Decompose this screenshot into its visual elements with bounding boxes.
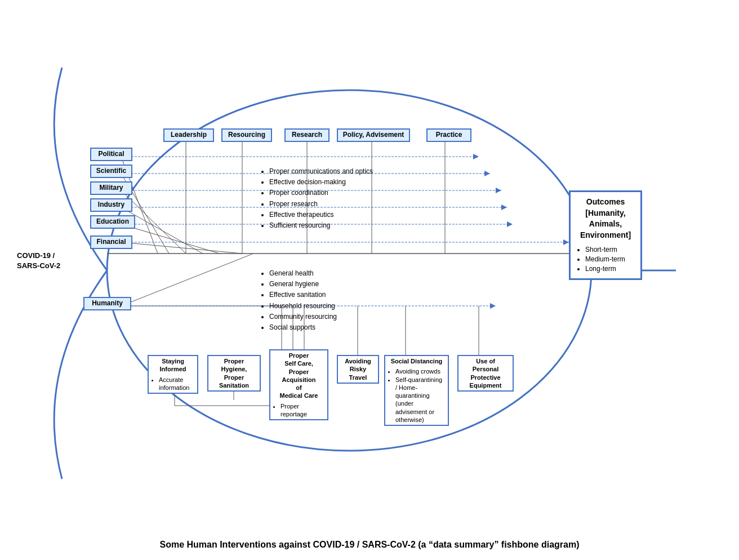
svg-marker-10 bbox=[473, 154, 479, 159]
svg-marker-13 bbox=[501, 205, 507, 210]
risky-travel-box: AvoidingRisky Travel bbox=[337, 355, 379, 384]
covid-label: COVID-19 / SARS-CoV-2 bbox=[17, 251, 60, 271]
svg-line-21 bbox=[121, 242, 242, 254]
page-title: Some Human Interventions against COVID-1… bbox=[159, 540, 579, 550]
top-bullets: Proper communications and optics Effecti… bbox=[259, 166, 373, 231]
svg-line-28 bbox=[121, 254, 253, 306]
policy-box: Policy, Advisement bbox=[337, 128, 410, 142]
outcomes-box: Outcomes[Humanity,Animals,Environment] S… bbox=[569, 190, 642, 280]
practice-box: Practice bbox=[426, 128, 471, 142]
svg-marker-12 bbox=[496, 188, 501, 193]
industry-box: Industry bbox=[90, 198, 132, 212]
financial-box: Financial bbox=[90, 235, 132, 249]
main-container: COVID-19 / SARS-CoV-2 Leadership Resourc… bbox=[0, 0, 739, 560]
research-box: Research bbox=[284, 128, 330, 142]
hygiene-box: ProperHygiene,ProperSanitation bbox=[207, 355, 261, 392]
political-box: Political bbox=[90, 148, 132, 161]
svg-line-20 bbox=[121, 224, 220, 254]
svg-marker-30 bbox=[490, 303, 496, 309]
leadership-box: Leadership bbox=[163, 128, 214, 142]
svg-point-0 bbox=[107, 90, 591, 451]
fish-diagram bbox=[0, 0, 739, 560]
svg-line-19 bbox=[121, 207, 203, 254]
svg-marker-11 bbox=[484, 171, 490, 176]
social-distancing-box: Social Distancing Avoiding crowds Self-q… bbox=[384, 355, 449, 426]
svg-marker-14 bbox=[507, 221, 513, 227]
resourcing-box: Resourcing bbox=[221, 128, 272, 142]
education-box: Education bbox=[90, 215, 135, 229]
self-care-box: ProperSelf Care,ProperAcquisitionofMedic… bbox=[269, 349, 328, 420]
humanity-box: Humanity bbox=[83, 297, 131, 310]
staying-informed-box: StayingInformed Accurate information bbox=[148, 355, 198, 394]
ppe-box: Use ofPersonalProtectiveEquipment bbox=[457, 355, 514, 392]
military-box: Military bbox=[90, 181, 132, 195]
svg-marker-15 bbox=[563, 239, 569, 245]
scientific-box: Scientific bbox=[90, 165, 132, 178]
bottom-bullets: General health General hygiene Effective… bbox=[259, 268, 337, 333]
